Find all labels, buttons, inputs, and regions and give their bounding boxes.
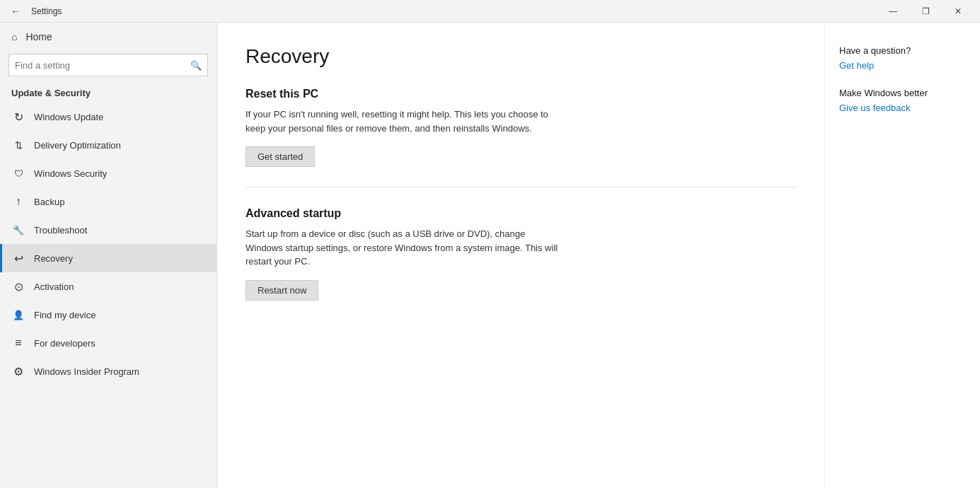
maximize-button[interactable]: ❐ — [909, 0, 942, 23]
sidebar-item-delivery-optimization[interactable]: ⇅ Delivery Optimization — [0, 131, 217, 159]
back-button[interactable]: ← — [6, 1, 25, 21]
troubleshoot-icon: 🔧 — [11, 223, 25, 237]
sidebar-section-label: Update & Security — [0, 82, 217, 103]
developers-icon: ≡ — [11, 336, 25, 350]
reset-section-title: Reset this PC — [246, 88, 796, 100]
sidebar-item-recovery[interactable]: ↩ Recovery — [0, 244, 217, 272]
search-box[interactable]: 🔍 — [8, 54, 208, 76]
sidebar-item-windows-update[interactable]: ↻ Windows Update — [0, 103, 217, 131]
feedback-link[interactable]: Give us feedback — [839, 103, 966, 113]
get-started-button[interactable]: Get started — [246, 146, 315, 167]
sidebar-item-activation[interactable]: ⊙ Activation — [0, 272, 217, 301]
close-button[interactable]: ✕ — [942, 0, 974, 23]
app-body: ⌂ Home 🔍 Update & Security ↻ Windows Upd… — [0, 23, 980, 488]
advanced-section-description: Start up from a device or disc (such as … — [246, 227, 564, 269]
recovery-icon: ↩ — [11, 251, 25, 265]
activation-icon: ⊙ — [11, 279, 25, 294]
reset-pc-section: Reset this PC If your PC isn't running w… — [246, 88, 796, 167]
insider-icon: ⚙ — [11, 364, 25, 378]
advanced-section-title: Advanced startup — [246, 207, 796, 220]
window-controls: — ❐ ✕ — [877, 0, 974, 23]
right-panel: Have a question? Get help Make Windows b… — [824, 23, 980, 488]
titlebar-title: Settings — [31, 6, 877, 16]
advanced-startup-section: Advanced startup Start up from a device … — [246, 207, 796, 301]
sidebar-item-windows-insider[interactable]: ⚙ Windows Insider Program — [0, 357, 217, 385]
sidebar: ⌂ Home 🔍 Update & Security ↻ Windows Upd… — [0, 23, 217, 488]
page-title: Recovery — [246, 45, 796, 68]
sidebar-item-windows-security[interactable]: 🛡 Windows Security — [0, 159, 217, 187]
get-help-link[interactable]: Get help — [839, 60, 966, 71]
search-input[interactable] — [15, 60, 190, 71]
windows-security-icon: 🛡 — [11, 166, 25, 180]
home-icon: ⌂ — [11, 31, 17, 42]
question-heading: Have a question? — [839, 45, 966, 56]
section-divider — [246, 187, 796, 187]
find-device-icon: 👤 — [11, 308, 25, 322]
minimize-button[interactable]: — — [877, 0, 909, 23]
search-icon: 🔍 — [190, 60, 202, 71]
sidebar-item-home[interactable]: ⌂ Home — [0, 23, 217, 51]
sidebar-item-find-my-device[interactable]: 👤 Find my device — [0, 301, 217, 329]
backup-icon: ↑ — [11, 194, 25, 209]
sidebar-item-troubleshoot[interactable]: 🔧 Troubleshoot — [0, 216, 217, 244]
sidebar-item-backup[interactable]: ↑ Backup — [0, 187, 217, 216]
titlebar: ← Settings — ❐ ✕ — [0, 0, 980, 23]
delivery-optimization-icon: ⇅ — [11, 138, 25, 152]
make-better-heading: Make Windows better — [839, 88, 966, 98]
windows-update-icon: ↻ — [11, 110, 25, 124]
restart-now-button[interactable]: Restart now — [246, 280, 318, 301]
main-content: Recovery Reset this PC If your PC isn't … — [217, 23, 824, 488]
sidebar-item-for-developers[interactable]: ≡ For developers — [0, 329, 217, 357]
reset-section-description: If your PC isn't running well, resetting… — [246, 108, 564, 135]
